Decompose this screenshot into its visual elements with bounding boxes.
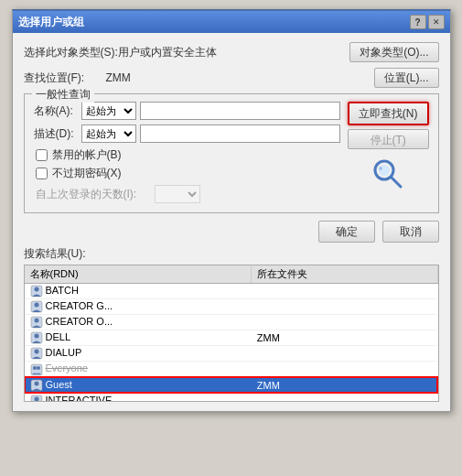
dialog-window: 选择用户或组 ? ✕ 选择此对象类型(S): 用户或内置安全主体 对象类型(O)… bbox=[12, 9, 451, 412]
table-cell-folder bbox=[252, 284, 437, 299]
location-value: ZMM bbox=[106, 71, 367, 84]
svg-point-9 bbox=[34, 319, 38, 323]
general-query-group: 一般性查询 名称(A): 起始为 描述(D): bbox=[24, 93, 439, 213]
title-bar: 选择用户或组 ? ✕ bbox=[13, 11, 450, 33]
table-row[interactable]: DIALUP bbox=[25, 346, 438, 362]
table-cell-folder bbox=[252, 299, 437, 315]
cell-name-text: INTERACTIVE bbox=[46, 395, 113, 402]
svg-point-3 bbox=[379, 167, 382, 170]
results-section: 搜索结果(U): 名称(RDN) 所在文件夹 BATCH bbox=[24, 246, 439, 402]
table-cell-folder bbox=[252, 315, 437, 330]
svg-point-16 bbox=[37, 366, 40, 370]
name-select[interactable]: 起始为 bbox=[81, 102, 136, 120]
svg-point-13 bbox=[34, 350, 38, 354]
search-icon bbox=[371, 157, 404, 190]
svg-point-11 bbox=[34, 334, 38, 339]
cancel-button[interactable]: 取消 bbox=[382, 221, 439, 243]
results-label: 搜索结果(U): bbox=[24, 246, 439, 262]
query-fields: 名称(A): 起始为 描述(D): 起始为 bbox=[34, 102, 340, 203]
svg-line-2 bbox=[391, 177, 401, 187]
table-cell-name: BATCH bbox=[25, 284, 252, 299]
location-row: 查找位置(F): ZMM 位置(L)... bbox=[24, 68, 439, 88]
window-content: 选择此对象类型(S): 用户或内置安全主体 对象类型(O)... 查找位置(F)… bbox=[13, 33, 450, 411]
cell-name-text: BATCH bbox=[46, 285, 79, 296]
stop-button[interactable]: 停止(T) bbox=[348, 129, 429, 149]
disabled-account-checkbox[interactable] bbox=[36, 149, 48, 161]
table-cell-name: INTERACTIVE bbox=[25, 393, 252, 402]
col-folder-header: 所在文件夹 bbox=[252, 265, 437, 284]
title-bar-buttons: ? ✕ bbox=[410, 15, 445, 29]
svg-point-20 bbox=[34, 396, 38, 401]
table-cell-name: Everyone bbox=[25, 362, 252, 377]
results-scroll-area: 名称(RDN) 所在文件夹 BATCH CREATOR G... CREATOR… bbox=[24, 265, 439, 402]
user-icon bbox=[30, 331, 43, 344]
user-icon bbox=[30, 285, 43, 298]
noexpire-password-label: 不过期密码(X) bbox=[52, 166, 122, 181]
location-label: 查找位置(F): bbox=[24, 70, 106, 86]
cell-name-text: Everyone bbox=[46, 362, 88, 373]
search-icon-area bbox=[348, 153, 429, 195]
svg-point-7 bbox=[34, 303, 38, 308]
desc-row: 描述(D): 起始为 bbox=[34, 124, 340, 143]
group-icon bbox=[30, 363, 43, 376]
table-row[interactable]: CREATOR O... bbox=[25, 315, 438, 330]
col-name-header: 名称(RDN) bbox=[25, 265, 252, 284]
desc-select[interactable]: 起始为 bbox=[81, 124, 136, 143]
query-right-panel: 立即查找(N) 停止(T) bbox=[348, 102, 429, 203]
cell-name-text: DIALUP bbox=[46, 347, 82, 358]
table-cell-name: DIALUP bbox=[25, 346, 252, 362]
search-now-button[interactable]: 立即查找(N) bbox=[348, 102, 429, 125]
checkbox-noexpire-row: 不过期密码(X) bbox=[36, 166, 340, 181]
table-row[interactable]: CREATOR G... bbox=[25, 299, 438, 315]
table-row[interactable]: DELLZMM bbox=[25, 330, 438, 346]
location-button[interactable]: 位置(L)... bbox=[374, 68, 439, 88]
svg-point-1 bbox=[379, 165, 390, 176]
ok-cancel-area: 确定 取消 bbox=[24, 221, 439, 243]
name-label: 名称(A): bbox=[34, 103, 81, 119]
cell-name-text: Guest bbox=[46, 379, 72, 390]
help-button[interactable]: ? bbox=[410, 15, 426, 29]
svg-point-15 bbox=[33, 366, 37, 370]
table-cell-name: DELL bbox=[25, 330, 252, 346]
table-header-row: 名称(RDN) 所在文件夹 bbox=[25, 265, 438, 284]
table-row[interactable]: BATCH bbox=[25, 284, 438, 299]
table-cell-folder: ZMM bbox=[252, 377, 437, 393]
table-row[interactable]: INTERACTIVE bbox=[25, 393, 438, 402]
table-cell-folder bbox=[252, 362, 437, 377]
checkbox-disabled-row: 禁用的帐户(B) bbox=[36, 147, 340, 163]
cell-name-text: CREATOR O... bbox=[46, 316, 113, 327]
table-row[interactable]: Everyone bbox=[25, 362, 438, 377]
results-table: 名称(RDN) 所在文件夹 BATCH CREATOR G... CREATOR… bbox=[25, 265, 438, 402]
table-cell-folder bbox=[252, 393, 437, 402]
svg-point-5 bbox=[34, 287, 38, 292]
table-row[interactable]: GuestZMM bbox=[25, 377, 438, 393]
desc-label: 描述(D): bbox=[34, 126, 81, 142]
object-type-row: 选择此对象类型(S): 用户或内置安全主体 对象类型(O)... bbox=[24, 42, 439, 62]
results-table-wrapper[interactable]: 名称(RDN) 所在文件夹 BATCH CREATOR G... CREATOR… bbox=[24, 265, 439, 402]
days-row: 自上次登录的天数(I): bbox=[36, 185, 340, 203]
general-query-title: 一般性查询 bbox=[32, 87, 94, 103]
table-cell-name: CREATOR G... bbox=[25, 299, 252, 315]
object-type-label: 选择此对象类型(S): bbox=[24, 45, 118, 60]
svg-point-18 bbox=[34, 381, 38, 385]
close-button[interactable]: ✕ bbox=[428, 15, 445, 29]
user-icon bbox=[30, 316, 43, 329]
user-icon bbox=[30, 347, 43, 360]
name-row: 名称(A): 起始为 bbox=[34, 102, 340, 120]
cell-name-text: DELL bbox=[46, 331, 71, 342]
user-icon bbox=[30, 379, 43, 392]
days-label: 自上次登录的天数(I): bbox=[36, 187, 155, 202]
table-cell-name: Guest bbox=[25, 377, 252, 393]
disabled-account-label: 禁用的帐户(B) bbox=[52, 147, 122, 163]
desc-input[interactable] bbox=[140, 124, 340, 143]
object-type-button[interactable]: 对象类型(O)... bbox=[349, 42, 438, 62]
table-cell-name: CREATOR O... bbox=[25, 315, 252, 330]
name-input[interactable] bbox=[140, 102, 340, 120]
table-cell-folder bbox=[252, 346, 437, 362]
user-icon bbox=[30, 395, 43, 402]
ok-button[interactable]: 确定 bbox=[318, 221, 375, 243]
cell-name-text: CREATOR G... bbox=[46, 300, 113, 311]
object-type-value: 用户或内置安全主体 bbox=[118, 45, 342, 60]
table-cell-folder: ZMM bbox=[252, 330, 437, 346]
noexpire-password-checkbox[interactable] bbox=[36, 168, 48, 179]
